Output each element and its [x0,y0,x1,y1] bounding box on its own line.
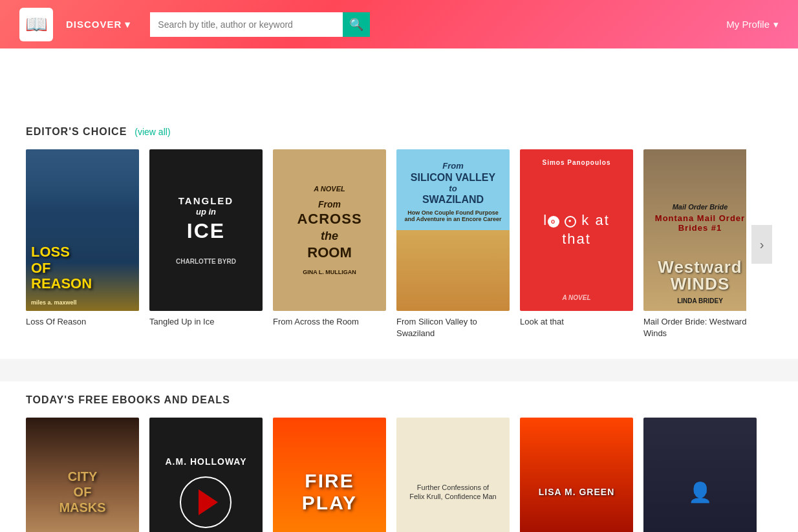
search-button[interactable]: 🔍 [343,12,370,37]
book-cover: A.M. HOLLOWAY [149,418,263,532]
book-item[interactable]: A.M. HOLLOWAY [149,418,263,532]
book-cover: Further Confessions ofFelix Krull, Confi… [396,418,510,532]
my-profile-label: My Profile [726,19,770,30]
book-title: Loss Of Reason [26,316,139,328]
header: 📖 DISCOVER ▾ 🔍 My Profile ▾ [0,0,798,48]
my-profile-menu[interactable]: My Profile ▾ [726,19,779,30]
book-cover: FIREPLAY [273,418,386,532]
carousel-next-button[interactable]: › [751,225,772,264]
editors-choice-header: EDITOR'S CHOICE (view all) [26,126,772,138]
book-item[interactable]: From SILICON VALLEY to SWAZILAND How One… [396,149,510,339]
profile-chevron: ▾ [773,19,779,30]
discover-nav[interactable]: DISCOVER ▾ [66,19,131,30]
book-title: From Across the Room [273,316,386,328]
book-item[interactable]: 👤 [643,418,757,532]
view-all-link[interactable]: (view all) [135,127,170,137]
book-item[interactable]: LISA M. GREEN [520,418,633,532]
search-bar: 🔍 [150,12,370,37]
editors-choice-books: LOSSOFREASON miles a. maxwell Loss Of Re… [26,149,746,339]
book-cover: 👤 [643,418,757,532]
book-item[interactable]: A NOVEL From ACROSS the ROOM GINA L. MUL… [273,149,386,339]
free-ebooks-section: TODAY'S FREE EBOOKS AND DEALS CITYOFMASK… [0,381,798,532]
book-item[interactable]: Simos Panopoulos lo ● k at that A NOVEL … [520,149,633,339]
book-cover: Simos Panopoulos lo ● k at that A NOVEL [520,149,633,311]
chevron-right-icon: › [760,237,764,252]
book-item[interactable]: Further Confessions ofFelix Krull, Confi… [396,418,510,532]
logo[interactable]: 📖 [19,8,53,41]
book-cover: Mail Order Bride Montana Mail Order Brid… [643,149,746,311]
book-item[interactable]: CITYOFMASKS [26,418,139,532]
editors-choice-title: EDITOR'S CHOICE [26,126,127,138]
logo-icon: 📖 [25,14,48,35]
book-item[interactable]: FIREPLAY [273,418,386,532]
book-item[interactable]: Mail Order Bride Montana Mail Order Brid… [643,149,746,339]
book-title: Tangled Up in Ice [149,316,263,328]
discover-label: DISCOVER [66,19,122,30]
banner-area [0,48,798,113]
book-title: Mail Order Bride: Westward Winds [643,316,746,339]
book-item[interactable]: TANGLED up in ICE CHARLOTTE BYRD Tangled… [149,149,263,339]
book-cover: From SILICON VALLEY to SWAZILAND How One… [396,149,510,311]
book-cover: TANGLED up in ICE CHARLOTTE BYRD [149,149,263,311]
free-ebooks-books: CITYOFMASKS A.M. HOLLOWAY FIREPLAY [26,418,772,532]
section-gap [0,359,798,381]
book-cover: LOSSOFREASON miles a. maxwell [26,149,139,311]
book-cover: LISA M. GREEN [520,418,633,532]
search-icon: 🔍 [349,17,363,32]
book-title: From Silicon Valley to Swaziland [396,316,510,339]
book-cover: A NOVEL From ACROSS the ROOM GINA L. MUL… [273,149,386,311]
editors-choice-carousel: LOSSOFREASON miles a. maxwell Loss Of Re… [26,149,772,339]
book-item[interactable]: LOSSOFREASON miles a. maxwell Loss Of Re… [26,149,139,339]
discover-chevron: ▾ [125,19,131,30]
book-cover: CITYOFMASKS [26,418,139,532]
book-title: Look at that [520,316,633,328]
search-input[interactable] [150,12,343,37]
editors-choice-section: EDITOR'S CHOICE (view all) LOSSOFREASON … [0,113,798,359]
free-ebooks-title: TODAY'S FREE EBOOKS AND DEALS [26,394,772,406]
